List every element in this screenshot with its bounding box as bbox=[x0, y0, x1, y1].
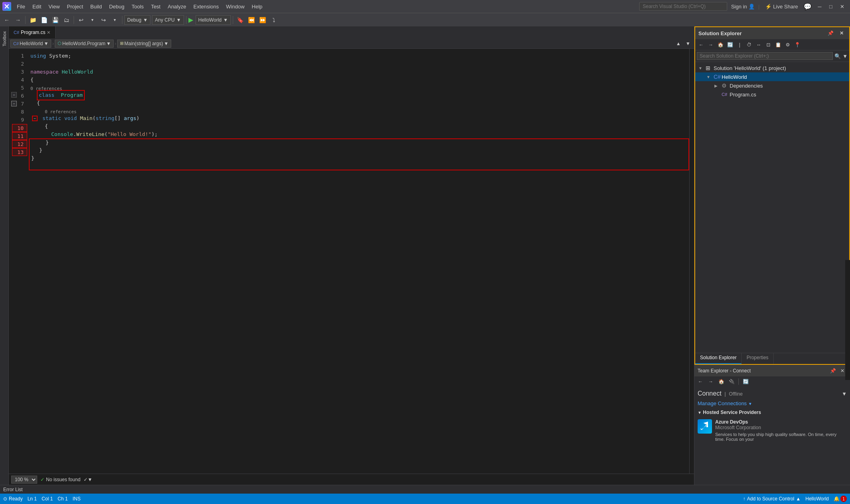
nav-toolbar-1[interactable]: ⏪ bbox=[246, 15, 257, 25]
run-target-dropdown[interactable]: HelloWorld ▼ bbox=[196, 15, 231, 25]
connect-dropdown-arrow[interactable]: ▼ bbox=[842, 391, 847, 397]
back-button[interactable]: ← bbox=[2, 15, 12, 25]
add-item-button[interactable]: 📄 bbox=[39, 15, 49, 25]
col-status[interactable]: Col 1 bbox=[42, 496, 53, 502]
menu-analyze[interactable]: Analyze bbox=[164, 2, 189, 11]
te-plug-btn[interactable]: 🔌 bbox=[727, 377, 736, 386]
se-settings-btn[interactable]: ⚙ bbox=[783, 40, 792, 49]
tree-program-cs[interactable]: C# Program.cs bbox=[695, 90, 849, 99]
deps-expand-icon[interactable]: ▶ bbox=[714, 84, 720, 88]
notification-bell[interactable]: 🔔 1 bbox=[834, 496, 847, 502]
se-history-btn[interactable]: ⏱ bbox=[745, 40, 754, 49]
ln-status[interactable]: Ln 1 bbox=[28, 496, 37, 502]
te-back-btn[interactable]: ← bbox=[696, 377, 705, 386]
menu-extensions[interactable]: Extensions bbox=[190, 2, 222, 11]
new-project-button[interactable]: 📁 bbox=[28, 15, 38, 25]
bc-method-label: Main(string[] args) bbox=[124, 41, 163, 46]
menu-build[interactable]: Build bbox=[87, 2, 105, 11]
toolbox-sidebar[interactable]: Toolbox bbox=[0, 26, 9, 485]
toolbox-label[interactable]: Toolbox bbox=[2, 28, 7, 50]
live-share-button[interactable]: ⚡ Live Share bbox=[763, 2, 800, 11]
se-fwd-btn[interactable]: → bbox=[706, 40, 715, 49]
scroll-down-editor[interactable]: ▼ bbox=[684, 39, 692, 48]
maximize-button[interactable]: □ bbox=[825, 1, 836, 12]
config-dropdown[interactable]: Debug ▼ bbox=[124, 15, 150, 25]
menu-search-input[interactable] bbox=[639, 2, 727, 11]
breadcrumb-class[interactable]: ⬡ HelloWorld.Program ▼ bbox=[55, 40, 114, 48]
te-pin-btn[interactable]: 📌 bbox=[828, 366, 837, 375]
tree-dependencies[interactable]: ▶ ⚙ Dependencies bbox=[695, 81, 849, 90]
te-fwd-btn[interactable]: → bbox=[706, 377, 715, 386]
se-search-opts-icon[interactable]: ▼ bbox=[842, 53, 848, 59]
nav-toolbar-2[interactable]: ⏩ bbox=[258, 15, 268, 25]
undo-dropdown[interactable]: ▼ bbox=[87, 15, 98, 25]
te-scrollbar[interactable] bbox=[845, 260, 850, 380]
redo-button[interactable]: ↪ bbox=[98, 15, 109, 25]
forward-button[interactable]: → bbox=[13, 15, 23, 25]
tab-program-cs[interactable]: C# Program.cs ✕ bbox=[9, 26, 56, 38]
se-close-button[interactable]: ✕ bbox=[837, 29, 846, 38]
tree-project[interactable]: ▼ C# HelloWorld bbox=[695, 72, 849, 81]
run-button[interactable]: ▶ bbox=[188, 16, 193, 24]
breadcrumb-bar: C# HelloWorld ▼ › ⬡ HelloWorld.Program ▼… bbox=[9, 38, 694, 49]
breadcrumb-project[interactable]: C# HelloWorld ▼ bbox=[10, 40, 51, 48]
zoom-select[interactable]: 100 % bbox=[11, 476, 37, 484]
tab-close-button[interactable]: ✕ bbox=[47, 30, 50, 35]
se-collapse-btn[interactable]: ⊡ bbox=[764, 40, 773, 49]
code-content[interactable]: using System; namespace HelloWorld { 0 r… bbox=[29, 49, 689, 474]
se-home-btn[interactable]: 🏠 bbox=[716, 40, 725, 49]
tab-icon: C# bbox=[14, 30, 19, 35]
se-preview-btn[interactable]: 📋 bbox=[774, 40, 782, 49]
save-all-button[interactable]: 🗂 bbox=[61, 15, 72, 25]
bookmark-button[interactable]: 🔖 bbox=[235, 15, 246, 25]
scroll-indicator bbox=[689, 49, 694, 474]
menu-project[interactable]: Project bbox=[64, 2, 86, 11]
solution-explorer-search[interactable] bbox=[697, 52, 833, 60]
code-editor[interactable]: 1 2 3 4 − 5 6 − 7 8 9 10 11 12 13 bbox=[9, 49, 694, 474]
save-button[interactable]: 💾 bbox=[50, 15, 60, 25]
sign-in-button[interactable]: Sign in 👤 bbox=[731, 4, 755, 10]
error-list-label[interactable]: Error List bbox=[3, 487, 23, 492]
project-status[interactable]: HelloWorld bbox=[806, 496, 829, 502]
ch-label: Ch 1 bbox=[58, 496, 68, 502]
se-pin-button[interactable]: 📌 bbox=[826, 29, 835, 38]
line-4: 4 bbox=[12, 76, 27, 84]
ready-status[interactable]: ⊙ Ready bbox=[3, 496, 23, 502]
se-sync-btn[interactable]: ↔ bbox=[754, 40, 763, 49]
menu-file[interactable]: File bbox=[14, 2, 28, 11]
se-search-icon[interactable]: 🔍 bbox=[834, 53, 841, 59]
tree-solution[interactable]: ▼ ⊞ Solution 'HelloWorld' (1 project) bbox=[695, 64, 849, 72]
menu-window[interactable]: Window bbox=[223, 2, 248, 11]
ch-status[interactable]: Ch 1 bbox=[58, 496, 68, 502]
breadcrumb-method[interactable]: ⊞ Main(string[] args) ▼ bbox=[117, 40, 172, 48]
te-refresh-btn[interactable]: 🔄 bbox=[741, 377, 750, 386]
azure-devops-item[interactable]: Azure DevOps Microsoft Corporation Servi… bbox=[698, 418, 847, 443]
se-pin2-btn[interactable]: 📍 bbox=[793, 40, 802, 49]
se-back-btn[interactable]: ← bbox=[697, 40, 706, 49]
menu-test[interactable]: Test bbox=[148, 2, 164, 11]
menu-edit[interactable]: Edit bbox=[29, 2, 44, 11]
ins-status[interactable]: INS bbox=[72, 496, 80, 502]
solution-expand-icon[interactable]: ▼ bbox=[698, 66, 704, 70]
menu-debug[interactable]: Debug bbox=[106, 2, 128, 11]
undo-button[interactable]: ↩ bbox=[76, 15, 86, 25]
menu-tools[interactable]: Tools bbox=[128, 2, 147, 11]
redo-dropdown[interactable]: ▼ bbox=[110, 15, 120, 25]
menu-view[interactable]: View bbox=[45, 2, 63, 11]
scroll-up-editor[interactable]: ▲ bbox=[674, 39, 683, 48]
platform-dropdown[interactable]: Any CPU ▼ bbox=[152, 15, 184, 25]
panel-tab-properties[interactable]: Properties bbox=[742, 353, 774, 364]
source-control-button[interactable]: ↑ Add to Source Control ▲ bbox=[743, 496, 801, 502]
panel-tab-solution-explorer[interactable]: Solution Explorer bbox=[695, 353, 742, 364]
minimize-button[interactable]: ─ bbox=[814, 1, 825, 12]
se-refresh-btn[interactable]: 🔄 bbox=[726, 40, 734, 49]
project-expand-icon[interactable]: ▼ bbox=[706, 75, 712, 79]
manage-connections-link[interactable]: Manage Connections ▼ bbox=[698, 400, 847, 406]
close-button[interactable]: ✕ bbox=[836, 1, 848, 12]
check-mark-button[interactable]: ✓▼ bbox=[84, 477, 92, 482]
nav-toolbar-3[interactable]: ⤵ bbox=[269, 15, 279, 25]
te-home-btn[interactable]: 🏠 bbox=[717, 377, 726, 386]
code-line-6: { bbox=[29, 99, 689, 107]
feedback-icon[interactable]: 💬 bbox=[804, 3, 812, 10]
menu-help[interactable]: Help bbox=[248, 2, 266, 11]
